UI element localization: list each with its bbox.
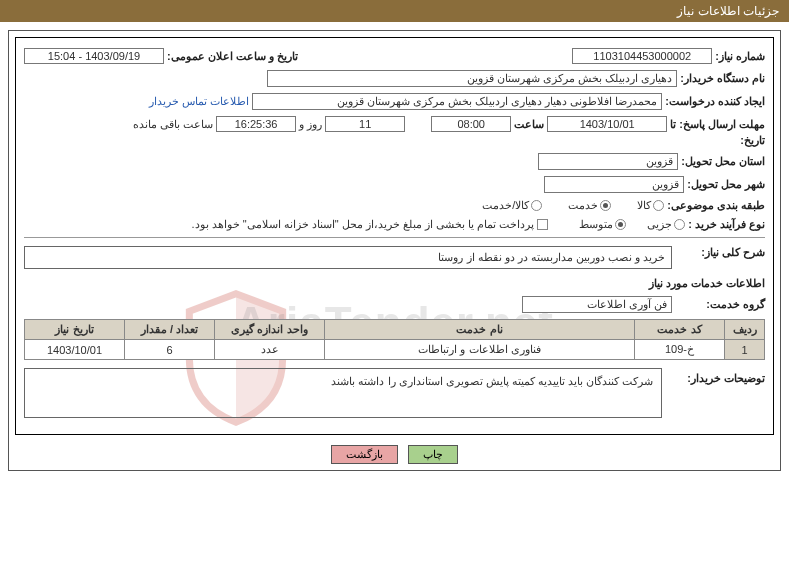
time-remaining-label: ساعت باقی مانده (133, 118, 213, 131)
radio-icon (615, 219, 626, 230)
th-date: تاریخ نیاز (25, 320, 125, 340)
radio-icon (600, 200, 611, 211)
deadline-date: 1403/10/01 (547, 116, 667, 132)
services-table: ردیف کد خدمت نام خدمت واحد اندازه گیری ت… (24, 319, 765, 360)
header-title: جزئیات اطلاعات نیاز (677, 4, 779, 18)
delivery-province-value: قزوین (538, 153, 678, 170)
radio-both[interactable]: کالا/خدمت (482, 199, 542, 212)
deadline-label-2: تاریخ: (740, 134, 765, 147)
row-requester: ایجاد کننده درخواست: محمدرضا افلاطونی ده… (24, 93, 765, 110)
radio-icon (674, 219, 685, 230)
delivery-city-label: شهر محل تحویل: (687, 178, 765, 191)
days-remaining: 11 (325, 116, 405, 132)
th-unit: واحد اندازه گیری (215, 320, 325, 340)
announce-label: تاریخ و ساعت اعلان عمومی: (167, 50, 298, 63)
row-delivery-province: استان محل تحویل: قزوین (24, 153, 765, 170)
td-row: 1 (725, 340, 765, 360)
need-no-value: 1103104453000002 (572, 48, 712, 64)
delivery-province-label: استان محل تحویل: (681, 155, 765, 168)
service-group-label: گروه خدمت: (675, 298, 765, 311)
process-label: نوع فرآیند خرید : (688, 218, 765, 231)
back-button[interactable]: بازگشت (331, 445, 398, 464)
radio-medium[interactable]: متوسط (579, 218, 626, 231)
row-process-type: نوع فرآیند خرید : جزیی متوسط پرداخت تمام… (24, 218, 765, 231)
deadline-time-label: ساعت (514, 118, 544, 131)
row-service-group: گروه خدمت: فن آوری اطلاعات (24, 296, 765, 313)
row-services-heading: اطلاعات خدمات مورد نیاز (24, 277, 765, 290)
row-buyer-org: نام دستگاه خریدار: دهیاری اردبیلک بخش مر… (24, 70, 765, 87)
requester-label: ایجاد کننده درخواست: (665, 95, 765, 108)
payment-checkbox[interactable] (537, 219, 548, 230)
deadline-time: 08:00 (431, 116, 511, 132)
th-row: ردیف (725, 320, 765, 340)
td-code: خ-109 (635, 340, 725, 360)
table-row: 1 خ-109 فناوری اطلاعات و ارتباطات عدد 6 … (25, 340, 765, 360)
table-header-row: ردیف کد خدمت نام خدمت واحد اندازه گیری ت… (25, 320, 765, 340)
print-button[interactable]: چاپ (408, 445, 458, 464)
time-remaining: 16:25:36 (216, 116, 296, 132)
general-desc-box: خرید و نصب دوربین مداربسته در دو نقطه از… (24, 246, 672, 269)
th-name: نام خدمت (325, 320, 635, 340)
th-qty: تعداد / مقدار (125, 320, 215, 340)
radio-goods[interactable]: کالا (637, 199, 664, 212)
row-general-desc: شرح کلی نیاز: خرید و نصب دوربین مداربسته… (24, 246, 765, 269)
row-delivery-city: شهر محل تحویل: قزوین (24, 176, 765, 193)
td-date: 1403/10/01 (25, 340, 125, 360)
td-unit: عدد (215, 340, 325, 360)
deadline-label-1: مهلت ارسال پاسخ: تا (670, 118, 765, 131)
buyer-notes-box: شرکت کنندگان باید تاییدیه کمیته پایش تصو… (24, 368, 662, 418)
buyer-org-value: دهیاری اردبیلک بخش مرکزی شهرستان قزوین (267, 70, 677, 87)
radio-service[interactable]: خدمت (568, 199, 611, 212)
row-deadline-sub: تاریخ: (24, 134, 765, 147)
services-info-label: اطلاعات خدمات مورد نیاز (649, 277, 765, 290)
buyer-notes-text: شرکت کنندگان باید تاییدیه کمیته پایش تصو… (331, 375, 653, 387)
payment-note: پرداخت تمام یا بخشی از مبلغ خرید،از محل … (192, 218, 535, 231)
row-buyer-notes: توضیحات خریدار: شرکت کنندگان باید تاییدی… (24, 368, 765, 418)
general-desc-text: خرید و نصب دوربین مداربسته در دو نقطه از… (438, 251, 665, 263)
service-group-value: فن آوری اطلاعات (522, 296, 672, 313)
radio-icon (653, 200, 664, 211)
td-name: فناوری اطلاعات و ارتباطات (325, 340, 635, 360)
page-header: جزئیات اطلاعات نیاز (0, 0, 789, 22)
announce-value: 1403/09/19 - 15:04 (24, 48, 164, 64)
row-need-number: شماره نیاز: 1103104453000002 تاریخ و ساع… (24, 48, 765, 64)
need-no-label: شماره نیاز: (715, 50, 765, 63)
th-code: کد خدمت (635, 320, 725, 340)
row-category: طبقه بندی موضوعی: کالا خدمت کالا/خدمت (24, 199, 765, 212)
buyer-notes-label: توضیحات خریدار: (665, 368, 765, 385)
buyer-contact-link[interactable]: اطلاعات تماس خریدار (149, 95, 249, 108)
divider (24, 237, 765, 238)
general-desc-label: شرح کلی نیاز: (675, 246, 765, 259)
radio-icon (531, 200, 542, 211)
days-remaining-label: روز و (299, 118, 322, 131)
requester-value: محمدرضا افلاطونی دهیار دهیاری اردبیلک بخ… (252, 93, 662, 110)
button-row: چاپ بازگشت (15, 445, 774, 464)
category-label: طبقه بندی موضوعی: (667, 199, 765, 212)
row-deadline: مهلت ارسال پاسخ: تا 1403/10/01 ساعت 08:0… (24, 116, 765, 132)
radio-partial[interactable]: جزیی (647, 218, 685, 231)
delivery-city-value: قزوین (544, 176, 684, 193)
td-qty: 6 (125, 340, 215, 360)
buyer-org-label: نام دستگاه خریدار: (680, 72, 765, 85)
